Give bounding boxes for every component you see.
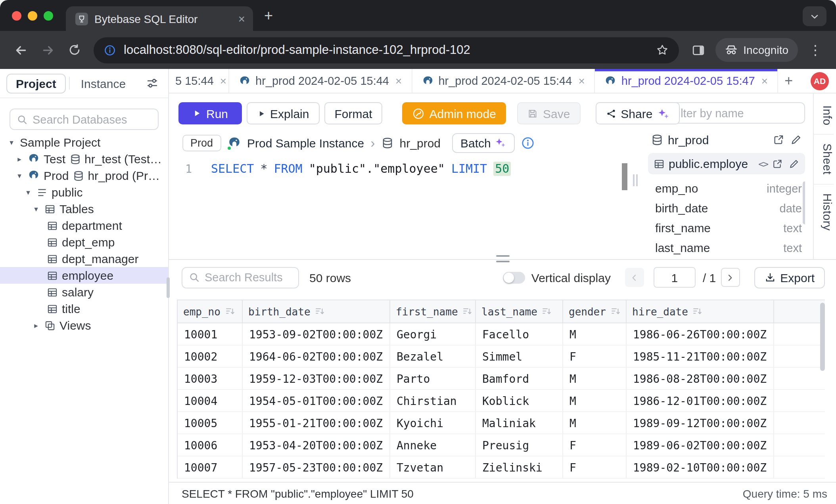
export-button[interactable]: Export	[754, 267, 825, 288]
sort-icon[interactable]	[463, 307, 472, 316]
tree-item-table-title[interactable]: title	[0, 300, 168, 317]
run-button[interactable]: Run	[178, 102, 242, 124]
instance-name[interactable]: Prod Sample Instance	[247, 136, 364, 149]
chevron-down-icon[interactable]: ▾	[7, 138, 16, 147]
panel-resize-handle[interactable]	[633, 174, 638, 186]
external-link-icon[interactable]	[772, 158, 783, 169]
schema-table-row[interactable]: public.employe <>	[648, 153, 805, 174]
schema-database-row[interactable]: hr_prod	[648, 131, 805, 148]
close-tab-icon[interactable]: ×	[761, 74, 768, 87]
tree-item-views-group[interactable]: ▸ Views	[0, 317, 168, 334]
chevron-right-icon[interactable]: ▸	[15, 155, 24, 163]
tab-info[interactable]: Info	[814, 97, 834, 134]
browser-menu-button[interactable]: ⋮	[803, 37, 828, 63]
tab-project[interactable]: Project	[6, 73, 66, 93]
column-header-gender[interactable]: gender	[563, 300, 627, 323]
tree-item-table-dept-emp[interactable]: dept_emp	[0, 234, 168, 250]
external-link-icon[interactable]	[773, 134, 784, 145]
column-header-first-name[interactable]: first_name	[390, 300, 476, 323]
query-tab-2[interactable]: hr_prod 2024-02-05 15:44 ×	[412, 69, 595, 93]
batch-button[interactable]: Batch	[452, 133, 515, 153]
bytebase-app: Project Instance ▾ Sample Project ▸	[0, 69, 836, 504]
chevron-down-icon[interactable]: ▾	[32, 204, 40, 213]
prev-page-button[interactable]	[625, 268, 644, 287]
incognito-icon	[725, 44, 738, 56]
bookmark-star-icon[interactable]	[656, 44, 669, 56]
tree-item-tables-group[interactable]: ▾ Tables	[0, 200, 168, 217]
page-number-input[interactable]	[654, 267, 696, 288]
close-tab-icon[interactable]: ×	[238, 13, 245, 25]
explain-button[interactable]: Explain	[246, 102, 319, 124]
database-name[interactable]: hr_prod	[400, 136, 441, 149]
sidebar: Project Instance ▾ Sample Project ▸	[0, 69, 169, 504]
sort-icon[interactable]	[542, 307, 552, 316]
splitter-handle[interactable]	[496, 255, 509, 262]
column-header-birth-date[interactable]: birth_date	[243, 300, 390, 323]
column-header-hire-date[interactable]: hire_date	[627, 300, 774, 323]
tab-search-button[interactable]	[803, 6, 826, 26]
tree-item-table-department[interactable]: department	[0, 217, 168, 234]
chevron-down-icon[interactable]: ▾	[24, 188, 33, 197]
column-header-last-name[interactable]: last_name	[476, 300, 563, 323]
database-search-input[interactable]	[33, 113, 151, 126]
save-button[interactable]: Save	[518, 102, 580, 124]
avatar[interactable]: AD	[811, 72, 829, 90]
editor-scrollbar[interactable]	[622, 163, 627, 190]
tab-instance[interactable]: Instance	[73, 74, 134, 92]
column-header-emp-no[interactable]: emp_no	[178, 300, 243, 323]
schema-scrollbar[interactable]	[803, 181, 805, 224]
schema-filter-input[interactable]	[671, 107, 798, 119]
minimize-window-button[interactable]	[28, 11, 37, 20]
tree-item-table-employee[interactable]: employee	[0, 267, 168, 284]
format-button[interactable]: Format	[324, 102, 382, 124]
tree-item-schema-public[interactable]: ▾ public	[0, 184, 168, 200]
forward-button[interactable]	[35, 37, 60, 63]
sort-icon[interactable]	[693, 307, 702, 316]
zoom-window-button[interactable]	[44, 11, 53, 20]
code-icon[interactable]: <>	[758, 158, 768, 169]
cell: 10002	[178, 346, 243, 368]
edit-pencil-icon[interactable]	[788, 158, 800, 169]
new-query-tab-button[interactable]: +	[784, 73, 793, 89]
tree-settings-button[interactable]	[146, 77, 159, 90]
close-window-button[interactable]	[12, 11, 21, 20]
sort-icon[interactable]	[315, 307, 325, 316]
info-icon[interactable]	[521, 136, 535, 149]
table-icon	[44, 203, 56, 214]
query-tab-3-active[interactable]: hr_prod 2024-02-05 15:47 ×	[595, 69, 778, 93]
reload-button[interactable]	[62, 37, 87, 63]
sort-icon[interactable]	[611, 307, 620, 316]
browser-tab[interactable]: Bytebase SQL Editor ×	[66, 6, 253, 31]
chevron-right-icon[interactable]: ▸	[32, 321, 40, 330]
side-panel-button[interactable]	[685, 37, 711, 63]
close-tab-icon[interactable]: ×	[220, 74, 226, 87]
site-info-icon[interactable]	[104, 44, 116, 56]
tree-item-prod-env[interactable]: ▾ Prod hr_prod (Pr…	[0, 167, 168, 184]
results-scrollbar[interactable]	[820, 303, 825, 371]
tree-item-table-dept-manager[interactable]: dept_manager	[0, 250, 168, 267]
sidebar-resize-handle[interactable]	[167, 277, 170, 298]
tree-item-test-env[interactable]: ▸ Test hr_test (Test…	[0, 151, 168, 167]
sql-editor[interactable]: 1 SELECT * FROM "public"."employee" LIMI…	[169, 156, 630, 259]
vertical-display-toggle[interactable]	[503, 271, 525, 283]
sort-icon[interactable]	[225, 307, 235, 316]
tab-sheet[interactable]: Sheet	[814, 134, 834, 184]
close-tab-icon[interactable]: ×	[578, 74, 585, 87]
address-bar[interactable]: localhost:8080/sql-editor/prod-sample-in…	[94, 37, 679, 63]
next-page-button[interactable]	[721, 268, 740, 287]
tab-history[interactable]: History	[814, 184, 834, 239]
cell: Zielinski	[476, 456, 563, 479]
results-search[interactable]	[182, 267, 299, 288]
database-search[interactable]	[10, 109, 159, 130]
back-button[interactable]	[8, 37, 33, 63]
new-tab-button[interactable]: +	[264, 7, 273, 24]
close-tab-icon[interactable]: ×	[395, 74, 402, 87]
results-search-input[interactable]	[205, 271, 292, 284]
edit-pencil-icon[interactable]	[790, 134, 802, 145]
chevron-down-icon[interactable]: ▾	[15, 171, 24, 180]
tree-item-project[interactable]: ▾ Sample Project	[0, 134, 168, 151]
admin-mode-button[interactable]: Admin mode	[403, 102, 506, 124]
tree-item-table-salary[interactable]: salary	[0, 284, 168, 300]
query-tab-1[interactable]: hr_prod 2024-02-05 15:44 ×	[229, 69, 412, 93]
query-tab-overflow[interactable]: 5 15:44 ×	[169, 69, 229, 93]
